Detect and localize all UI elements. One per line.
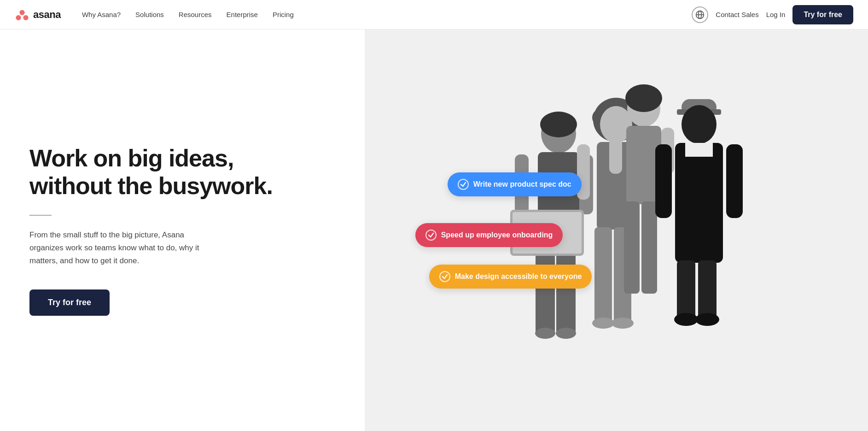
svg-rect-32 [641, 201, 657, 294]
hero-section: Work on big ideas, without the busywork.… [0, 30, 868, 431]
hero-divider [29, 215, 52, 216]
svg-point-25 [612, 318, 634, 329]
globe-icon [695, 10, 705, 19]
badge-3-text: Make design accessible to everyone [455, 272, 582, 281]
hero-cta-button[interactable]: Try for free [29, 289, 110, 316]
svg-point-1 [16, 15, 21, 20]
login-button[interactable]: Log In [766, 11, 786, 18]
task-badge-3: Make design accessible to everyone [429, 265, 592, 289]
svg-rect-40 [677, 260, 695, 320]
logo-text: asana [33, 9, 61, 21]
nav-why-asana[interactable]: Why Asana? [76, 7, 127, 22]
badge-check-2 [425, 230, 437, 241]
badge-check-3 [439, 271, 450, 282]
svg-point-11 [535, 328, 555, 339]
svg-rect-22 [594, 227, 612, 324]
svg-rect-45 [726, 144, 743, 218]
svg-point-2 [23, 15, 28, 20]
svg-point-42 [674, 313, 698, 326]
svg-rect-39 [685, 143, 713, 157]
svg-rect-44 [655, 144, 672, 218]
task-badge-1: Write new product spec doc [448, 172, 582, 196]
nav-pricing[interactable]: Pricing [266, 7, 300, 22]
try-free-nav-button[interactable]: Try for free [792, 5, 853, 24]
hero-subtext: From the small stuff to the big picture,… [29, 229, 204, 267]
hero-headline: Work on big ideas, without the busywork. [29, 145, 335, 200]
svg-rect-38 [675, 143, 723, 263]
svg-point-24 [592, 318, 614, 329]
navbar: asana Why Asana? Solutions Resources Ent… [0, 0, 868, 30]
language-selector[interactable] [692, 6, 708, 23]
check-icon-2 [428, 232, 434, 238]
hero-left: Work on big ideas, without the busywork.… [0, 30, 365, 431]
contact-sales-link[interactable]: Contact Sales [716, 11, 758, 18]
check-icon-3 [442, 273, 448, 280]
badge-check-1 [458, 179, 469, 190]
svg-point-37 [682, 105, 717, 144]
hero-illustration [492, 71, 768, 431]
nav-menu: Why Asana? Solutions Resources Enterpris… [76, 7, 692, 22]
check-icon-1 [460, 181, 466, 188]
svg-point-12 [556, 328, 576, 339]
svg-rect-33 [609, 128, 622, 174]
people-svg [492, 71, 768, 431]
asana-logo-icon [15, 7, 29, 22]
svg-point-43 [695, 313, 719, 326]
svg-point-7 [540, 112, 577, 137]
svg-point-29 [625, 84, 662, 112]
nav-resources[interactable]: Resources [172, 7, 218, 22]
badge-1-text: Write new product spec doc [473, 180, 571, 189]
task-badge-2: Speed up employee onboarding [415, 223, 563, 247]
svg-point-0 [19, 10, 24, 15]
navbar-right: Contact Sales Log In Try for free [692, 5, 853, 24]
hero-right: Write new product spec doc Speed up empl… [365, 30, 868, 431]
svg-rect-31 [624, 201, 640, 294]
svg-rect-41 [698, 260, 717, 320]
badge-2-text: Speed up employee onboarding [441, 231, 553, 239]
nav-solutions[interactable]: Solutions [129, 7, 170, 22]
nav-enterprise[interactable]: Enterprise [220, 7, 264, 22]
logo[interactable]: asana [15, 7, 61, 22]
